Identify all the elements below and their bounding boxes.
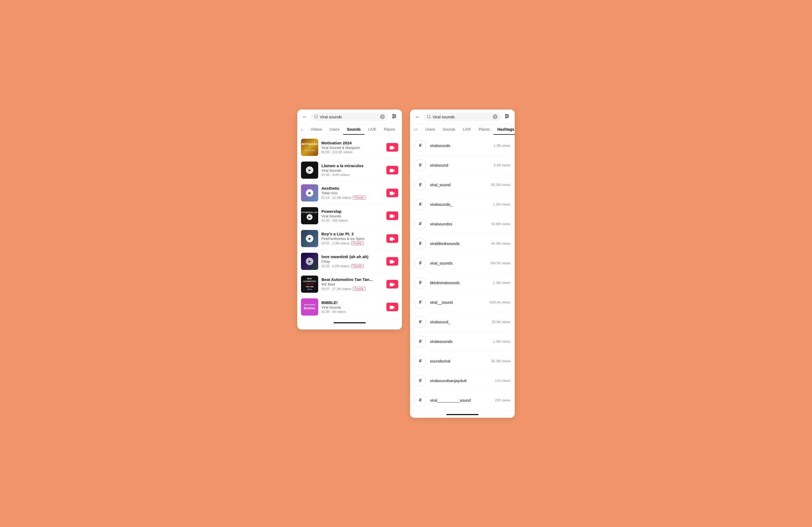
hash-name-soundsviral: soundsviral (430, 359, 487, 363)
hash-views-viralsounds-under: 1.2M views (493, 202, 510, 206)
hashtag-item-viralsoundsanjay[interactable]: # viralsoundsanjaydutt 114 views (410, 371, 515, 391)
tabs-left: p Videos Users Sounds LIVE Places Has... (297, 124, 402, 135)
hash-views-viral-sounds-under: 784.5K views (490, 261, 510, 265)
use-button-llamen[interactable] (387, 166, 398, 175)
hash-views-soundsviral: 36.3M views (491, 359, 510, 363)
back-button-left[interactable]: ← (301, 113, 308, 121)
tab-live-left[interactable]: LIVE (364, 124, 380, 135)
use-button-powerslap[interactable] (387, 211, 398, 220)
tab-videos-left[interactable]: Videos (307, 124, 326, 135)
popular-badge-boysaliar: Popular (351, 241, 364, 245)
tab-partial-left[interactable]: p (297, 124, 307, 135)
search-input-wrap-right[interactable]: Viral sounds ✕ (423, 113, 501, 121)
filter-button-left[interactable] (390, 112, 398, 122)
popular-badge-love: Popular (351, 264, 364, 268)
sound-artist-powerslap: Viral Sounds (321, 214, 383, 218)
tab-places-left[interactable]: Places (380, 124, 399, 135)
hash-views-viralsounds: 1.3B views (494, 144, 510, 148)
sound-item-beat: BEAT AUTOMOTIVO TAN TAN TAN TAN VIRAL Be… (297, 273, 402, 296)
hash-circle-tiktokviralsounds: # (414, 277, 426, 289)
search-icon-right (427, 115, 431, 119)
sound-item-boysaliar: ▶ Boy's a Liar Pt. 2 PinkPantheress & Ic… (297, 227, 402, 250)
use-button-boysaliar[interactable] (387, 234, 398, 243)
hashtag-list: # viralsounds 1.3B views # viralsound 5.… (410, 135, 515, 411)
svg-point-15 (506, 117, 507, 118)
sound-meta-bibble: 01:00 · 49 videos (321, 310, 383, 314)
play-icon-boysaliar: ▶ (306, 235, 313, 242)
sound-artist-motivation: Viral Sounds & Marquiori (321, 146, 383, 150)
tab-places-right[interactable]: Places (475, 124, 494, 135)
hash-name-viral-sound: viral_sound (430, 182, 487, 187)
sound-thumb-love: ▶ (301, 253, 318, 270)
sound-meta-powerslap: 01:00 · 438 videos (321, 219, 383, 223)
hash-circle-viralsounds: # (414, 140, 426, 152)
hashtag-item-viralesounds[interactable]: # viralesounds 1.4M views (410, 332, 515, 351)
hashtag-item-viralsounds[interactable]: # viralsounds 1.3B views (410, 136, 515, 156)
use-button-love[interactable] (387, 257, 398, 266)
hashtag-item-viral-sounds-under[interactable]: # viral_sounds 784.5K views (410, 254, 515, 273)
hash-views-viraltiktok: 44.4M views (491, 241, 510, 245)
hash-name-tiktokviralsounds: tiktokviralsounds (430, 281, 489, 285)
sound-meta-beat: 00:07 · 27.2M videos Popular (321, 287, 383, 291)
tab-hashtags-left-partial[interactable]: Has... (399, 124, 402, 135)
search-query-right: Viral sounds (433, 115, 491, 119)
play-icon-powerslap: ▶ (307, 214, 313, 220)
use-button-aesthetic[interactable] (387, 189, 398, 197)
sound-artist-aesthetic: Tollan Kim (321, 191, 383, 195)
sound-artist-llamen: Viral Sounds (321, 168, 383, 172)
hash-views-tiktokviralsounds: 1.3M views (493, 281, 510, 285)
tab-hashtags-right[interactable]: Hashtags (494, 124, 515, 135)
tab-users-left[interactable]: Users (326, 124, 343, 135)
hash-name-viralesounds: viralesounds (430, 339, 489, 344)
video-camera-icon-bibble (390, 305, 395, 309)
tab-sounds-left[interactable]: Sounds (343, 124, 364, 135)
tab-sounds-right[interactable]: Sounds (439, 124, 459, 135)
use-button-bibble[interactable] (387, 303, 398, 311)
sound-item-powerslap: POWERSLAP ▶ Powerslap Viral Sounds 01:00… (297, 205, 402, 227)
video-camera-icon (390, 145, 395, 149)
hash-circle-viral-long-sound: # (414, 394, 426, 406)
clear-button-right[interactable]: ✕ (493, 114, 497, 119)
hashtag-item-viralsounds-under[interactable]: # viralsounds_ 1.2M views (410, 195, 515, 214)
tab-live-right[interactable]: LIVE (459, 124, 475, 135)
svg-line-9 (430, 118, 431, 118)
tab-users-right[interactable]: Users (422, 124, 439, 135)
right-phone: ← Viral sounds ✕ os Users Sound (410, 109, 515, 418)
sound-item-love: ▶ love nwantinti (ah ah ah) CKay 02:25 ·… (297, 250, 402, 273)
hash-circle-viralesounds: # (414, 336, 426, 347)
svg-point-14 (508, 116, 509, 117)
phones-container: ← Viral sounds ✕ p Videos Users (297, 109, 515, 418)
hashtag-item-viralsound-under[interactable]: # viralsound_ 20.9K views (410, 312, 515, 332)
popular-badge-beat: Popular (353, 287, 365, 291)
hash-views-viral-long-sound: 265 views (495, 398, 510, 402)
sound-thumb-beat: BEAT AUTOMOTIVO TAN TAN TAN TAN VIRAL (301, 275, 318, 293)
hash-name-viralsound-under: viralsound_ (430, 320, 488, 324)
sound-thumb-bibble: Viral Sounds Bibble! (301, 298, 318, 316)
sound-artist-love: CKay (321, 259, 383, 264)
filter-icon-left (391, 113, 397, 119)
hashtag-item-soundsviral[interactable]: # soundsviral 36.3M views (410, 351, 515, 371)
use-button-beat[interactable] (387, 280, 398, 288)
sound-info-bibble: BIBBLE! Viral Sounds 01:00 · 49 videos (321, 300, 383, 314)
hash-name-viralsounds-under: viralsounds_ (430, 202, 489, 207)
sound-meta-motivation: 00:59 · 123.5K videos (321, 150, 383, 154)
svg-point-6 (395, 116, 396, 117)
hashtag-item-viral--sound[interactable]: # viral__sound 629.4K views (410, 293, 515, 312)
sound-info-motivation: Motivation 2024 Viral Sounds & Marquiori… (321, 140, 383, 154)
filter-button-right[interactable] (503, 112, 511, 122)
hashtag-item-viraltiktok[interactable]: # viraltiktoksounds 44.4M views (410, 234, 515, 254)
sound-meta-love: 02:25 · 4.2M videos Popular (321, 264, 383, 268)
hash-name-viral-long-sound: viral__________sound (430, 398, 491, 403)
tab-partial-right[interactable]: os (410, 124, 422, 135)
hashtag-item-viral-long-sound[interactable]: # viral__________sound 265 views (410, 391, 515, 410)
hash-name-viraltiktok: viraltiktoksounds (430, 241, 487, 246)
clear-button-left[interactable]: ✕ (380, 114, 385, 119)
bottom-bar-right (410, 411, 515, 418)
hashtag-item-viralsound[interactable]: # viralsound 5.2B views (410, 156, 515, 175)
hashtag-item-tiktokviralsounds[interactable]: # tiktokviralsounds 1.3M views (410, 273, 515, 293)
hashtag-item-viral-sound[interactable]: # viral_sound 60.1M views (410, 175, 515, 195)
hashtag-item-viralsoundss[interactable]: # viralsoundss 10.6M views (410, 214, 515, 234)
search-input-wrap-left[interactable]: Viral sounds ✕ (311, 113, 388, 121)
back-button-right[interactable]: ← (414, 113, 421, 121)
use-button-motivation[interactable] (387, 143, 398, 152)
